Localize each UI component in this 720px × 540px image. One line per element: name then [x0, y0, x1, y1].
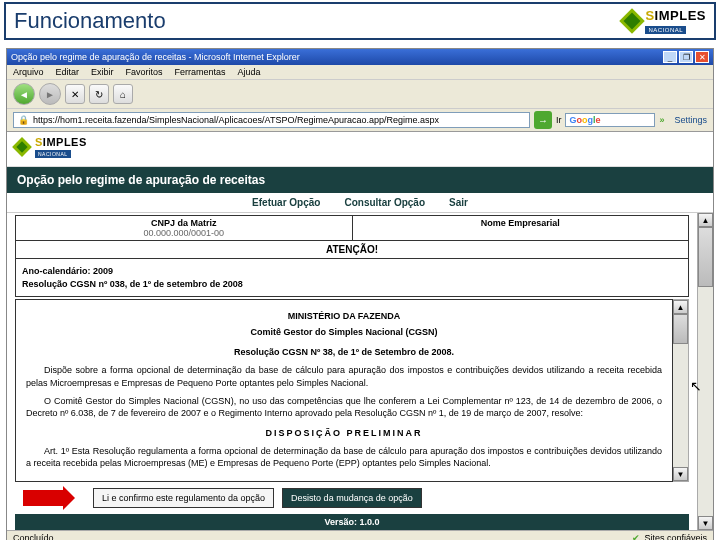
lock-icon: 🔒 — [18, 115, 29, 125]
page-logo: SIMPLES NACIONAL — [15, 136, 705, 158]
attention-label: ATENÇÃO! — [15, 241, 689, 259]
menu-editar[interactable]: Editar — [56, 67, 80, 77]
form-row: CNPJ da Matriz 00.000.000/0001-00 Nome E… — [15, 215, 689, 241]
scroll-thumb[interactable] — [698, 227, 713, 287]
go-label: Ir — [556, 115, 562, 125]
confirm-button[interactable]: Li e confirmo este regulamento da opção — [93, 488, 274, 508]
shield-icon: ✔ — [632, 533, 640, 540]
resolucao-ref: Resolução CGSN nº 038, de 1º de setembro… — [22, 279, 682, 289]
menu-favoritos[interactable]: Favoritos — [126, 67, 163, 77]
window-title: Opção pelo regime de apuração de receita… — [11, 52, 300, 62]
menu-exibir[interactable]: Exibir — [91, 67, 114, 77]
status-bar: Concluído ✔ Sites confiáveis — [7, 530, 713, 540]
toolbar: ◄ ► ✕ ↻ ⌂ — [7, 80, 713, 109]
menu-efetuar-opcao[interactable]: Efetuar Opção — [252, 197, 320, 208]
action-row: Li e confirmo este regulamento da opção … — [15, 482, 689, 510]
status-right: Sites confiáveis — [644, 533, 707, 540]
scroll-thumb[interactable] — [673, 314, 688, 344]
slide-header: Funcionamento SIMPLES NACIONAL — [4, 2, 716, 40]
back-button[interactable]: ◄ — [13, 83, 35, 105]
google-icon: Google — [569, 115, 600, 125]
menu-ferramentas[interactable]: Ferramentas — [175, 67, 226, 77]
scroll-up-icon[interactable]: ▲ — [698, 213, 713, 227]
cnpj-value: 00.000.000/0001-00 — [20, 228, 348, 238]
url-text: https://hom1.receita.fazenda/SimplesNaci… — [33, 115, 439, 125]
ano-calendario: Ano-calendário: 2009 — [22, 266, 682, 276]
maximize-button[interactable]: ❐ — [679, 51, 693, 63]
stop-button[interactable]: ✕ — [65, 84, 85, 104]
address-input[interactable]: 🔒 https://hom1.receita.fazenda/SimplesNa… — [13, 112, 530, 128]
doc-scrollbar[interactable]: ▲ ▼ — [673, 299, 689, 482]
doc-res-title: Resolução CGSN Nº 38, de 1º de Setembro … — [26, 346, 662, 358]
version-bar: Versão: 1.0.0 — [15, 514, 689, 530]
status-left: Concluído — [13, 533, 54, 540]
scroll-down-icon[interactable]: ▼ — [698, 516, 713, 530]
browser-window: Opção pelo regime de apuração de receita… — [6, 48, 714, 540]
resolution-meta: Ano-calendário: 2009 Resolução CGSN nº 0… — [15, 259, 689, 297]
doc-ministry: MINISTÉRIO DA FAZENDA — [26, 310, 662, 322]
menu-ajuda[interactable]: Ajuda — [238, 67, 261, 77]
document-box: MINISTÉRIO DA FAZENDA Comitê Gestor do S… — [15, 299, 673, 482]
doc-ementa: Dispõe sobre a forma opcional de determi… — [26, 364, 662, 388]
page-content: SIMPLES NACIONAL Opção pelo regime de ap… — [7, 132, 713, 530]
page-scrollbar[interactable]: ▲ ▼ — [697, 213, 713, 530]
doc-art1: Art. 1º Esta Resolução regulamenta a for… — [26, 445, 662, 469]
page-heading: Opção pelo regime de apuração de receita… — [7, 167, 713, 193]
close-button[interactable]: ✕ — [695, 51, 709, 63]
logo-diamond-icon — [620, 8, 645, 33]
doc-section-title: DISPOSIÇÃO PRELIMINAR — [26, 427, 662, 439]
cnpj-label: CNPJ da Matriz — [20, 218, 348, 228]
minimize-button[interactable]: _ — [663, 51, 677, 63]
doc-preambulo: O Comitê Gestor do Simples Nacional (CGS… — [26, 395, 662, 419]
window-titlebar: Opção pelo regime de apuração de receita… — [7, 49, 713, 65]
settings-link[interactable]: Settings — [674, 115, 707, 125]
forward-button[interactable]: ► — [39, 83, 61, 105]
red-arrow-icon — [23, 490, 63, 506]
menubar: Arquivo Editar Exibir Favoritos Ferramen… — [7, 65, 713, 80]
slide-title: Funcionamento — [14, 8, 166, 34]
go-button[interactable]: → — [534, 111, 552, 129]
chevron-right-icon[interactable]: » — [659, 115, 664, 125]
scroll-down-icon[interactable]: ▼ — [673, 467, 688, 481]
scroll-up-icon[interactable]: ▲ — [673, 300, 688, 314]
search-box[interactable]: Google — [565, 113, 655, 127]
reject-button[interactable]: Desisto da mudança de opção — [282, 488, 422, 508]
doc-committee: Comitê Gestor do Simples Nacional (CGSN) — [26, 326, 662, 338]
menu-consultar-opcao[interactable]: Consultar Opção — [344, 197, 425, 208]
refresh-button[interactable]: ↻ — [89, 84, 109, 104]
menu-arquivo[interactable]: Arquivo — [13, 67, 44, 77]
nome-label: Nome Empresarial — [357, 218, 685, 228]
home-button[interactable]: ⌂ — [113, 84, 133, 104]
page-top-menu: Efetuar Opção Consultar Opção Sair — [7, 193, 713, 213]
logo-diamond-icon — [12, 137, 32, 157]
address-bar-row: 🔒 https://hom1.receita.fazenda/SimplesNa… — [7, 109, 713, 132]
logo-subtext: NACIONAL — [645, 26, 686, 34]
simples-logo: SIMPLES NACIONAL — [623, 8, 706, 34]
menu-sair[interactable]: Sair — [449, 197, 468, 208]
